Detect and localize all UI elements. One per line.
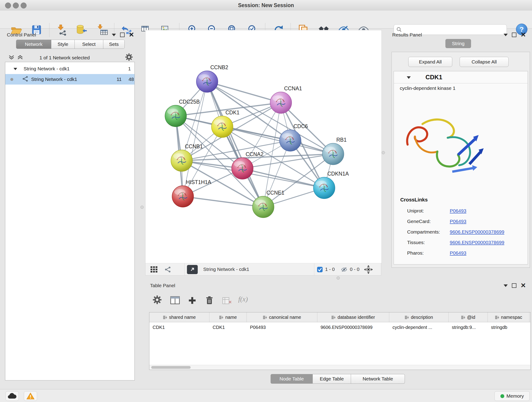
network-view-canvas[interactable]: CCNB2CCNA1CDC25BCDK1CDC6RB1CCNB1CCNA2CDK… [145,30,382,264]
bottombar-separator [184,263,185,276]
network-collection-count: 1 [128,66,131,71]
import-network-database-button[interactable] [75,24,88,36]
birdseye-grid-icon[interactable] [150,266,158,274]
left-splitter-handle[interactable] [140,206,144,209]
network-graph[interactable]: CCNB2CCNA1CDC25BCDK1CDC6RB1CCNB1CCNA2CDK… [146,30,381,263]
crosslink-value-link[interactable]: 9606.ENSP00000378699 [450,240,504,245]
control-panel-tabs: Network Style Select Sets [16,40,125,49]
scrollbar-thumb[interactable] [151,366,191,369]
column-header--id[interactable]: @id [449,313,488,322]
tab-select[interactable]: Select [75,40,103,49]
network-row-selected[interactable]: String Network - cdk1 11 48 [5,74,134,85]
function-builder-icon[interactable]: f(x) [238,295,248,303]
crosslink-value-link[interactable]: P06493 [450,219,466,224]
column-header-name[interactable]: name [209,313,247,322]
network-node-CCNA1[interactable]: CCNA1 [270,85,302,114]
network-options-gear-icon[interactable] [125,53,133,62]
column-header-namespac[interactable]: namespac [488,313,530,322]
node-table: shared namenamecanonical namedatabase id… [149,312,531,370]
network-node-CDKN1A[interactable]: CDKN1A [313,171,349,199]
warnings-button[interactable] [24,391,37,401]
memory-button[interactable]: Memory [494,391,530,401]
maximize-panel-icon[interactable] [512,32,516,37]
tab-network-table[interactable]: Network Table [351,374,405,384]
tab-sets[interactable]: Sets [103,40,124,49]
crosshair-icon[interactable] [364,265,373,275]
column-header-label: canonical name [269,315,301,320]
network-collection-label: String Network - cdk1 [24,66,70,71]
crosslink-value-link[interactable]: P06493 [450,208,466,214]
network-node-HIST1H1A[interactable]: HIST1H1A [172,179,211,207]
share-network-icon[interactable] [164,266,171,274]
network-edge[interactable] [207,82,263,207]
network-node-RB1[interactable]: RB1 [322,137,347,165]
network-node-CDC25B[interactable]: CDC25B [165,99,200,127]
bottom-splitter-handle[interactable] [336,276,340,280]
table-cell[interactable]: CDK1 [209,322,247,332]
network-node-label: CCNB1 [185,143,203,149]
network-edge[interactable] [183,196,263,207]
add-column-plus-icon[interactable] [188,296,196,306]
memory-status-dot [500,394,504,398]
selected-checkbox-icon[interactable] [317,267,323,274]
import-network-file-button[interactable] [56,24,69,36]
import-table-button[interactable] [96,24,109,36]
crosslink-label: Uniprot: [407,208,450,214]
delete-table-icon[interactable] [222,297,232,306]
crosslink-label: GeneCard: [407,219,450,224]
search-input[interactable] [404,27,504,32]
column-header-database-identifier[interactable]: database identifier [317,313,389,322]
table-cell[interactable]: 9606.ENSP00000378699 [317,322,389,332]
crosslink-value-link[interactable]: 9606.ENSP00000378699 [450,229,504,235]
detach-view-button[interactable] [187,265,198,274]
table-options-gear-icon[interactable] [152,295,162,305]
disclosure-triangle-icon[interactable] [13,66,17,71]
table-cell[interactable]: stringdb:9... [449,322,488,332]
crosslink-value-link[interactable]: P06493 [450,250,466,256]
gene-disclosure-triangle-icon[interactable] [407,76,411,80]
tab-network[interactable]: Network [16,40,51,49]
expand-all-button[interactable]: Expand All [408,57,452,67]
results-tab-string[interactable]: String [445,39,471,48]
column-header-shared-name[interactable]: shared name [149,313,209,322]
table-cell[interactable]: stringdb [488,322,530,332]
network-node-label: CCNE1 [266,190,284,196]
table-row[interactable]: CDK1CDK1P064939606.ENSP00000378699cyclin… [149,322,530,332]
maximize-panel-icon[interactable] [512,283,516,288]
collapse-panel-icon[interactable] [112,34,116,36]
network-view-title: String Network - cdk1 [203,267,249,272]
network-view-toolbar: String Network - cdk1 1 - 0 0 - 0 [145,263,381,275]
close-panel-icon[interactable]: ✕ [520,33,526,37]
close-panel-icon[interactable]: ✕ [520,284,526,287]
column-header-canonical-name[interactable]: canonical name [247,313,317,322]
network-node-CDK1[interactable]: CDK1 [211,109,239,138]
gene-card-header[interactable]: CDK1 [394,71,528,83]
network-edge[interactable] [207,82,281,103]
tab-style[interactable]: Style [51,40,75,49]
table-cell[interactable]: cyclin-dependent ... [389,322,449,332]
collapse-panel-icon[interactable] [504,284,508,287]
collapse-panel-icon[interactable] [504,34,508,36]
maximize-panel-icon[interactable] [120,32,125,37]
table-cell[interactable]: P06493 [247,322,317,332]
table-horizontal-scrollbar[interactable] [149,365,530,370]
cloud-status-button[interactable] [6,391,19,401]
toolbar-separator [49,23,50,37]
collapse-all-button[interactable]: Collapse All [460,57,509,67]
network-node-CCNB2[interactable]: CCNB2 [196,64,228,92]
network-collection-row[interactable]: String Network - cdk1 1 [5,64,134,74]
column-header-description[interactable]: description [389,313,449,322]
network-edge-count: 48 [128,77,134,82]
right-splitter-handle[interactable] [382,151,385,154]
hidden-eye-slash-icon[interactable] [341,266,348,274]
memory-label: Memory [507,393,524,399]
status-bar: Memory [0,389,532,402]
table-cell[interactable]: CDK1 [149,322,209,332]
close-panel-icon[interactable]: ✕ [129,33,134,37]
show-columns-icon[interactable] [170,296,180,305]
tab-node-table[interactable]: Node Table [271,374,313,384]
main-toolbar: ? [0,11,532,29]
network-node-label: CDC6 [293,123,308,129]
delete-column-trash-icon[interactable] [205,296,214,306]
tab-edge-table[interactable]: Edge Table [313,374,351,384]
